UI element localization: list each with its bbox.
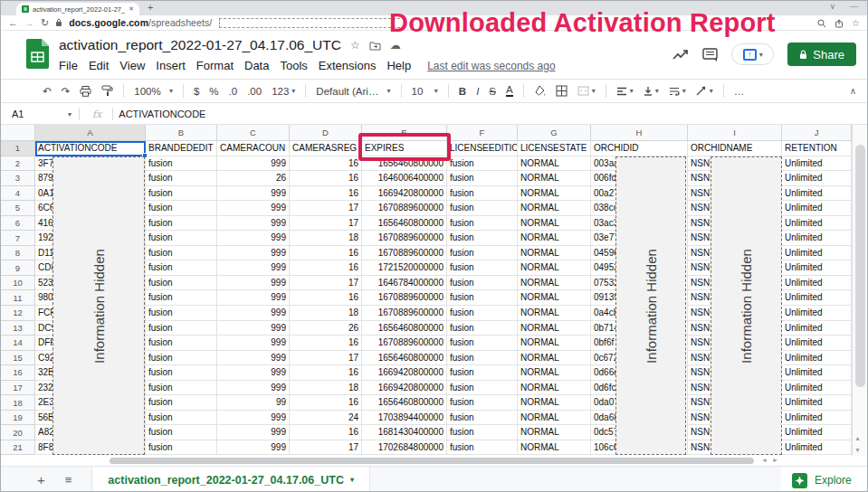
cell-B18[interactable]: fusion — [146, 395, 217, 411]
cell-F10[interactable]: fusion — [447, 276, 518, 291]
cell-F4[interactable]: fusion — [447, 186, 518, 202]
column-header-D[interactable]: D — [290, 125, 362, 141]
cell-E10[interactable]: 1646784000000 — [362, 276, 447, 291]
cell-G21[interactable]: NORMAL — [518, 440, 591, 456]
menu-help[interactable]: Help — [381, 59, 416, 72]
menu-format[interactable]: Format — [191, 59, 239, 72]
cell-B9[interactable]: fusion — [146, 260, 217, 276]
cell-G10[interactable]: NORMAL — [518, 276, 591, 291]
add-sheet-icon[interactable]: + — [37, 472, 45, 487]
merge-cells-button[interactable]: ▾ — [577, 86, 596, 96]
cell-D5[interactable]: 17 — [290, 201, 362, 216]
cell-C19[interactable]: 999 — [217, 411, 290, 426]
strikethrough-button[interactable]: S — [489, 86, 496, 97]
cell-D15[interactable]: 17 — [290, 351, 362, 366]
row-header-20[interactable]: 20 — [1, 425, 35, 440]
row-header-21[interactable]: 21 — [1, 440, 35, 456]
cell-B3[interactable]: fusion — [146, 171, 217, 186]
row-header-6[interactable]: 6 — [1, 216, 35, 232]
cell-E9[interactable]: 1721520000000 — [362, 260, 447, 276]
cell-C6[interactable]: 999 — [217, 216, 290, 232]
cell-G9[interactable]: NORMAL — [518, 260, 591, 276]
undo-icon[interactable]: ↶ — [43, 85, 52, 98]
row-header-11[interactable]: 11 — [1, 290, 35, 306]
cell-B19[interactable]: fusion — [146, 411, 217, 426]
cell-F21[interactable]: fusion — [447, 440, 518, 456]
cell-D12[interactable]: 18 — [290, 306, 362, 321]
cell-F9[interactable]: fusion — [447, 260, 518, 276]
row-header-4[interactable]: 4 — [1, 186, 35, 202]
row-header-10[interactable]: 10 — [1, 276, 35, 291]
cell-F16[interactable]: fusion — [447, 365, 518, 381]
last-edit-link[interactable]: Last edit was seconds ago — [427, 60, 555, 72]
tab-close-icon[interactable]: ✕ — [129, 5, 134, 13]
row-header-8[interactable]: 8 — [1, 246, 35, 261]
horizontal-scrollbar[interactable]: ◄ ► — [1, 456, 868, 466]
cell-F6[interactable]: fusion — [447, 216, 518, 232]
cell-D6[interactable]: 17 — [290, 216, 362, 232]
cell-F18[interactable]: fusion — [447, 395, 518, 411]
cell-D17[interactable]: 18 — [290, 381, 362, 396]
cell-G11[interactable]: NORMAL — [518, 290, 591, 306]
cell-E8[interactable]: 1670889600000 — [362, 246, 447, 261]
cell-D4[interactable]: 16 — [290, 186, 362, 202]
cell-J13[interactable]: Unlimited — [782, 321, 852, 336]
cell-J15[interactable]: Unlimited — [782, 351, 852, 366]
cell-F17[interactable]: fusion — [447, 381, 518, 396]
url-text[interactable]: docs.google.com/spreadsheets/ — [69, 17, 212, 28]
cell-F8[interactable]: fusion — [447, 246, 518, 261]
menu-extensions[interactable]: Extensions — [313, 59, 382, 72]
cell-C13[interactable]: 999 — [217, 321, 290, 336]
share-page-icon[interactable] — [835, 19, 844, 28]
cell-E7[interactable]: 1670889600000 — [362, 231, 447, 246]
cell-C7[interactable]: 999 — [217, 231, 290, 246]
zoom-icon[interactable] — [817, 19, 826, 28]
cell-C8[interactable]: 999 — [217, 246, 290, 261]
cell-E13[interactable]: 1656460800000 — [362, 321, 447, 336]
row-header-1[interactable]: 1 — [1, 141, 35, 156]
cell-J2[interactable]: Unlimited — [782, 156, 852, 172]
cell-B5[interactable]: fusion — [146, 201, 217, 216]
cell-J11[interactable]: Unlimited — [782, 290, 852, 306]
cell-D1[interactable]: CAMERASREG — [290, 141, 362, 156]
cell-E12[interactable]: 1670889600000 — [362, 306, 447, 321]
percent-button[interactable]: % — [209, 86, 218, 97]
cell-D16[interactable]: 16 — [290, 365, 362, 381]
cell-B2[interactable]: fusion — [146, 156, 217, 172]
cell-B15[interactable]: fusion — [146, 351, 217, 366]
cell-E4[interactable]: 1669420800000 — [362, 186, 447, 202]
document-title[interactable]: activation_report_2022-01-27_04.17.06_UT… — [59, 37, 341, 53]
borders-icon[interactable] — [556, 85, 568, 97]
cell-B6[interactable]: fusion — [146, 216, 217, 232]
cell-J18[interactable]: Unlimited — [782, 395, 852, 411]
cell-G19[interactable]: NORMAL — [518, 411, 591, 426]
row-header-18[interactable]: 18 — [1, 395, 35, 411]
back-icon[interactable]: ← — [8, 18, 18, 28]
row-header-14[interactable]: 14 — [1, 336, 35, 351]
cell-E14[interactable]: 1670889600000 — [362, 336, 447, 351]
menu-view[interactable]: View — [114, 59, 150, 72]
cell-F14[interactable]: fusion — [447, 336, 518, 351]
cell-E18[interactable]: 1656460800000 — [362, 395, 447, 411]
cell-D10[interactable]: 17 — [290, 276, 362, 291]
font-select[interactable]: Default (Ari… ▾ — [316, 86, 390, 97]
cell-J10[interactable]: Unlimited — [782, 276, 852, 291]
cell-B7[interactable]: fusion — [146, 231, 217, 246]
cell-G8[interactable]: NORMAL — [518, 246, 591, 261]
text-color-button[interactable]: A — [506, 85, 513, 98]
row-header-13[interactable]: 13 — [1, 321, 35, 336]
cell-G4[interactable]: NORMAL — [518, 186, 591, 202]
name-box[interactable]: A1 — [1, 109, 68, 119]
cell-C9[interactable]: 999 — [217, 260, 290, 276]
share-button[interactable]: Share — [787, 43, 856, 66]
menu-tools[interactable]: Tools — [274, 59, 312, 72]
explore-button[interactable]: Explore — [781, 467, 868, 492]
cell-F5[interactable]: fusion — [447, 201, 518, 216]
scroll-down-icon[interactable]: ▼ — [854, 447, 861, 453]
cell-J12[interactable]: Unlimited — [782, 306, 852, 321]
cell-B1[interactable]: BRANDEDEDIT — [146, 141, 217, 156]
cell-G2[interactable]: NORMAL — [518, 156, 591, 172]
cell-G7[interactable]: NORMAL — [518, 231, 591, 246]
scroll-right-icon[interactable]: ► — [772, 457, 778, 463]
present-to-meet-button[interactable]: ↑ ▾ — [731, 43, 774, 65]
